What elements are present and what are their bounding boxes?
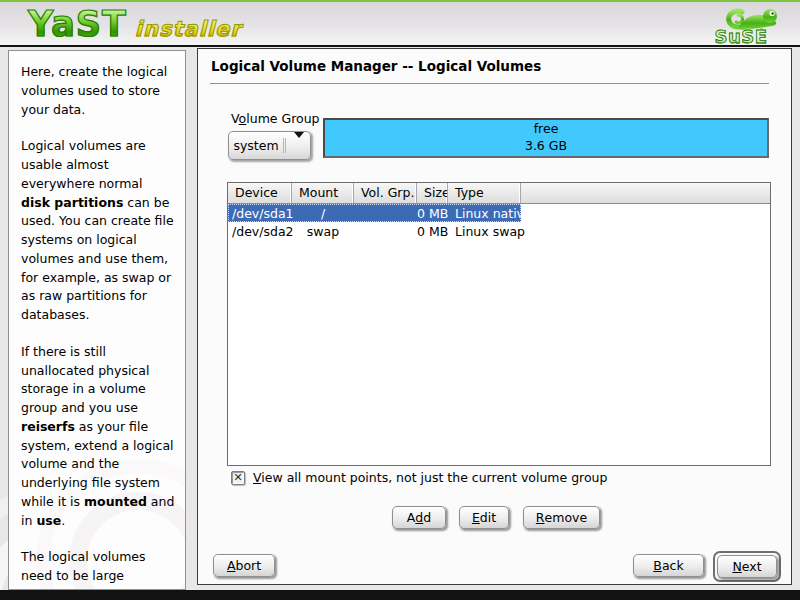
column-header-filler <box>521 183 770 203</box>
add-button[interactable]: Add <box>392 506 446 529</box>
installer-logo-text: installer <box>135 17 242 41</box>
cell: / <box>292 206 354 221</box>
table-row[interactable]: /dev/sda1/0 MBLinux native <box>228 204 521 222</box>
free-space-bar: free 3.6 GB <box>323 118 769 158</box>
next-button-default-frame: Next <box>713 551 781 582</box>
volumes-table[interactable]: DeviceMountVol. Grp.SizeType /dev/sda1/0… <box>227 182 771 466</box>
checkbox-icon[interactable]: ✕ <box>231 471 245 485</box>
view-all-checkbox-row[interactable]: ✕ View all mount points, not just the cu… <box>231 470 607 485</box>
dialog-panel: Logical Volume Manager -- Logical Volume… <box>197 48 792 585</box>
cell: 0 MB <box>417 206 448 221</box>
title-separator <box>210 83 769 84</box>
edit-button[interactable]: Edit <box>459 506 509 529</box>
table-header: DeviceMountVol. Grp.SizeType <box>228 183 770 204</box>
yast-logo: YaST installer <box>28 4 242 44</box>
help-sidebar: Here, create the logical volumes used to… <box>8 50 186 590</box>
free-space-bar-label: free <box>534 121 559 138</box>
table-body: /dev/sda1/0 MBLinux native/dev/sda2swap0… <box>228 204 770 240</box>
next-button[interactable]: Next <box>717 555 777 578</box>
cell: /dev/sda2 <box>228 224 292 239</box>
table-row[interactable]: /dev/sda2swap0 MBLinux swap <box>228 222 521 240</box>
view-all-checkbox-label: View all mount points, not just the curr… <box>253 470 607 485</box>
volume-group-selected-value: system <box>229 138 283 153</box>
dialog-title: Logical Volume Manager -- Logical Volume… <box>211 58 541 74</box>
help-paragraph: The logical volumes need to be large eno… <box>21 548 175 590</box>
column-header-vol-grp[interactable]: Vol. Grp. <box>354 183 417 203</box>
help-paragraph: Logical volumes are usable almost everyw… <box>21 137 175 325</box>
cell: 0 MB <box>417 224 448 239</box>
yast-logo-text: YaST <box>28 4 127 44</box>
cell: Linux native <box>448 206 521 221</box>
chevron-down-icon <box>292 138 303 153</box>
volume-group-dropdown[interactable]: system <box>228 131 311 160</box>
help-paragraph: Here, create the logical volumes used to… <box>21 63 175 119</box>
yast-installer-screen: YaST installer SuSE <box>0 0 800 600</box>
volume-group-label: Volume Group <box>231 111 320 126</box>
abort-button[interactable]: Abort <box>213 554 275 577</box>
column-header-size[interactable]: Size <box>417 183 448 203</box>
cell: /dev/sda1 <box>228 206 292 221</box>
banner: YaST installer SuSE <box>0 0 800 47</box>
help-paragraph: If there is still unallocated physical s… <box>21 343 175 531</box>
remove-button[interactable]: Remove <box>523 506 600 529</box>
help-text: Here, create the logical volumes used to… <box>21 63 175 590</box>
suse-logo-text: SuSE <box>698 26 784 47</box>
column-header-type[interactable]: Type <box>448 183 521 203</box>
dropdown-grip <box>283 138 286 153</box>
suse-logo: SuSE <box>698 3 784 47</box>
free-space-bar-size: 3.6 GB <box>525 138 567 155</box>
back-button[interactable]: Back <box>633 554 704 577</box>
cell: swap <box>292 224 354 239</box>
bottom-bar <box>0 590 800 600</box>
column-header-device[interactable]: Device <box>228 183 292 203</box>
cell: Linux swap <box>448 224 521 239</box>
column-header-mount[interactable]: Mount <box>292 183 354 203</box>
